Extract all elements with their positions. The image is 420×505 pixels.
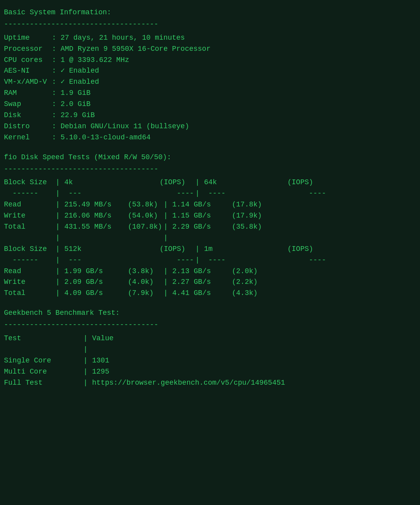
swap-colon: : bbox=[48, 99, 60, 110]
fio-h1-sep: | bbox=[56, 177, 64, 188]
geekbench-gap-row: | bbox=[4, 344, 416, 355]
fio-sh2-sep2: | bbox=[195, 255, 204, 266]
processor-row: Processor : AMD Ryzen 9 5950X 16-Core Pr… bbox=[4, 44, 416, 55]
geekbench-single-value: 1301 bbox=[92, 355, 109, 366]
ram-colon: : bbox=[48, 88, 60, 99]
fio-read2-label: Read bbox=[4, 266, 56, 277]
fio-total1-sep2: | bbox=[164, 222, 172, 233]
system-divider: ------------------------------------ bbox=[4, 19, 416, 30]
ram-label: RAM bbox=[4, 88, 48, 99]
geekbench-title: Geekbench 5 Benchmark Test: bbox=[4, 308, 416, 319]
distro-label: Distro bbox=[4, 121, 48, 132]
fio-sh2-64k: ---- bbox=[204, 255, 287, 266]
geekbench-full-label: Full Test bbox=[4, 378, 83, 389]
processor-colon: : bbox=[48, 44, 60, 55]
geekbench-full-link[interactable]: https://browser.geekbench.com/v5/cpu/149… bbox=[92, 378, 285, 389]
fio-read2-iops2: (2.0k) bbox=[232, 266, 264, 277]
vmx-label: VM-x/AMD-V bbox=[4, 77, 48, 88]
kernel-value: 5.10.0-13-cloud-amd64 bbox=[60, 132, 150, 143]
geekbench-full-sep: | bbox=[83, 378, 92, 389]
cpu-cores-colon: : bbox=[48, 55, 60, 66]
disk-row: Disk : 22.9 GiB bbox=[4, 110, 416, 121]
cpu-cores-row: CPU cores : 1 @ 3393.622 MHz bbox=[4, 55, 416, 66]
fio-gap1-sep: | bbox=[56, 233, 64, 244]
fio-total1-iops1: (107.8k) bbox=[128, 222, 164, 233]
fio-total1-row: Total | 431.55 MB/s (107.8k) | 2.29 GB/s… bbox=[4, 222, 416, 233]
geekbench-single-sep: | bbox=[83, 355, 92, 366]
fio-total1-label: Total bbox=[4, 222, 56, 233]
fio-sh1-sep2: | bbox=[195, 188, 204, 199]
uptime-colon: : bbox=[48, 33, 60, 44]
aes-ni-label: AES-NI bbox=[4, 66, 48, 77]
fio-h2-iops2: (IOPS) bbox=[287, 244, 319, 255]
fio-sh1-4k: --- bbox=[64, 188, 160, 199]
fio-read1-row: Read | 215.49 MB/s (53.8k) | 1.14 GB/s (… bbox=[4, 199, 416, 210]
disk-value: 22.9 GiB bbox=[60, 110, 94, 121]
fio-h2-sep2: | bbox=[195, 244, 204, 255]
fio-gap1-row: | | bbox=[4, 233, 416, 244]
fio-write1-label: Write bbox=[4, 210, 56, 222]
fio-write1-iops2: (17.9k) bbox=[232, 210, 264, 222]
fio-write2-label: Write bbox=[4, 277, 56, 288]
fio-h2-label: Block Size bbox=[4, 244, 56, 255]
fio-total1-64k: 2.29 GB/s bbox=[172, 222, 232, 233]
fio-subheader1: ------ | --- ---- | ---- ---- bbox=[4, 188, 416, 199]
geekbench-h-sep: | bbox=[83, 333, 92, 344]
fio-total2-sep: | bbox=[56, 288, 64, 299]
uptime-row: Uptime : 27 days, 21 hours, 10 minutes bbox=[4, 33, 416, 44]
uptime-label: Uptime bbox=[4, 33, 48, 44]
fio-sh2-iops2: ---- bbox=[287, 255, 326, 266]
disk-colon: : bbox=[48, 110, 60, 121]
fio-read1-iops2: (17.8k) bbox=[232, 199, 264, 210]
fio-total2-iops1: (7.9k) bbox=[128, 288, 164, 299]
fio-total2-label: Total bbox=[4, 288, 56, 299]
fio-h2-iops1: (IOPS) bbox=[160, 244, 195, 255]
fio-write2-iops1: (4.0k) bbox=[128, 277, 164, 288]
fio-write2-1m: 2.27 GB/s bbox=[172, 277, 232, 288]
system-title: Basic System Information: bbox=[4, 7, 416, 18]
fio-sh2-iops1: ---- bbox=[160, 255, 195, 266]
geekbench-full-row: Full Test | https://browser.geekbench.co… bbox=[4, 378, 416, 389]
fio-read1-label: Read bbox=[4, 199, 56, 210]
fio-read2-512k: 1.99 GB/s bbox=[64, 266, 128, 277]
geekbench-single-label: Single Core bbox=[4, 355, 83, 366]
distro-value: Debian GNU/Linux 11 (bullseye) bbox=[60, 121, 189, 132]
geekbench-multi-value: 1295 bbox=[92, 366, 109, 378]
fio-write2-sep2: | bbox=[164, 277, 172, 288]
fio-read2-1m: 2.13 GB/s bbox=[172, 266, 232, 277]
ram-value: 1.9 GiB bbox=[60, 88, 91, 99]
basic-system-section: Basic System Information: --------------… bbox=[4, 7, 416, 143]
geekbench-h-test: Test bbox=[4, 333, 83, 344]
fio-total2-row: Total | 4.09 GB/s (7.9k) | 4.41 GB/s (4.… bbox=[4, 288, 416, 299]
geekbench-gap-label bbox=[4, 344, 83, 355]
fio-sh2-label: ------ bbox=[4, 255, 56, 266]
fio-sh2-sep: | bbox=[56, 255, 64, 266]
swap-row: Swap : 2.0 GiB bbox=[4, 99, 416, 110]
ram-row: RAM : 1.9 GiB bbox=[4, 88, 416, 99]
swap-value: 2.0 GiB bbox=[60, 99, 91, 110]
fio-h2-512k: 512k bbox=[64, 244, 160, 255]
aes-ni-row: AES-NI : ✓ Enabled bbox=[4, 66, 416, 77]
fio-h1-iops1: (IOPS) bbox=[160, 177, 195, 188]
kernel-label: Kernel bbox=[4, 132, 48, 143]
fio-total1-4k: 431.55 MB/s bbox=[64, 222, 128, 233]
fio-h1-label: Block Size bbox=[4, 177, 56, 188]
cpu-cores-label: CPU cores bbox=[4, 55, 48, 66]
geekbench-multi-label: Multi Core bbox=[4, 366, 83, 378]
fio-read1-iops1: (53.8k) bbox=[128, 199, 164, 210]
fio-section: fio Disk Speed Tests (Mixed R/W 50/50): … bbox=[4, 152, 416, 299]
fio-read2-row: Read | 1.99 GB/s (3.8k) | 2.13 GB/s (2.0… bbox=[4, 266, 416, 277]
kernel-row: Kernel : 5.10.0-13-cloud-amd64 bbox=[4, 132, 416, 143]
fio-total1-iops2: (35.8k) bbox=[232, 222, 264, 233]
cpu-cores-value: 1 @ 3393.622 MHz bbox=[60, 55, 129, 66]
vmx-colon: : bbox=[48, 77, 60, 88]
fio-total1-sep: | bbox=[56, 222, 64, 233]
vmx-row: VM-x/AMD-V : ✓ Enabled bbox=[4, 77, 416, 88]
fio-title: fio Disk Speed Tests (Mixed R/W 50/50): bbox=[4, 152, 416, 163]
fio-total2-1m: 4.41 GB/s bbox=[172, 288, 232, 299]
fio-read2-sep: | bbox=[56, 266, 64, 277]
fio-write2-sep: | bbox=[56, 277, 64, 288]
geekbench-section: Geekbench 5 Benchmark Test: ------------… bbox=[4, 308, 416, 388]
fio-read2-iops1: (3.8k) bbox=[128, 266, 164, 277]
geekbench-h-value: Value bbox=[92, 333, 114, 344]
